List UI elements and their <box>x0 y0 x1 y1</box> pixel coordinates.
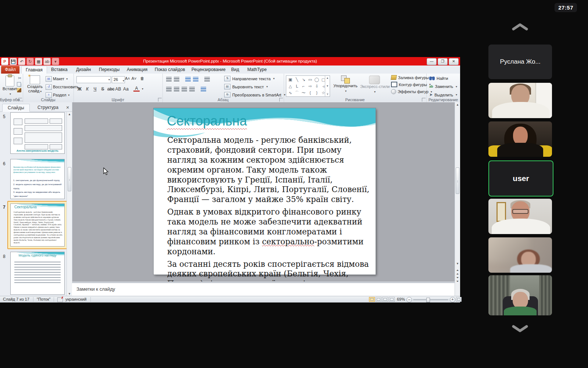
tab-slideshow[interactable]: Показ слайдов <box>151 66 189 74</box>
paste-button[interactable]: Вставить ▾ <box>3 75 17 98</box>
participant-tile-video-3[interactable] <box>488 199 552 234</box>
view-slide-sorter-button[interactable] <box>376 297 381 302</box>
tab-home[interactable]: Главная <box>21 66 47 74</box>
slide-area-scrollbar[interactable]: ▲ ▼ ⏶⏶ ⏷⏷ <box>455 102 460 296</box>
language-indicator[interactable]: украинский <box>65 297 86 302</box>
tab-file[interactable]: Файл <box>1 66 19 74</box>
quick-styles-button[interactable]: Экспресс-стили ▾ <box>360 75 389 94</box>
spellcheck-icon[interactable] <box>57 297 63 302</box>
pane-scrollbar-thumb[interactable] <box>68 167 71 191</box>
participant-tile-ruslana[interactable]: Руслана Жо... <box>488 45 552 79</box>
numbering-icon[interactable] <box>174 77 179 81</box>
font-size-select[interactable]: 26▾ <box>112 76 125 83</box>
font-dialog-launcher[interactable] <box>158 98 162 102</box>
zoom-in-icon[interactable]: + <box>450 297 455 302</box>
select-button[interactable]: ➤ Выделить▾ <box>429 92 457 97</box>
scroll-up-icon[interactable]: ▲ <box>455 102 460 107</box>
cut-icon[interactable]: ✂ <box>17 76 22 81</box>
increase-indent-icon[interactable] <box>193 77 198 81</box>
strikethrough-button[interactable]: S <box>100 86 106 92</box>
grow-font-icon[interactable]: А˄ <box>125 76 130 81</box>
tab-view[interactable]: Вид <box>227 66 243 74</box>
copy-icon[interactable] <box>17 82 21 86</box>
underline-button[interactable]: Ч <box>92 86 98 92</box>
layout-button[interactable]: ▤ Макет▾ <box>46 76 68 82</box>
participant-tile-video-5[interactable] <box>488 275 552 315</box>
view-normal-button[interactable] <box>369 297 375 302</box>
notes-scrollbar[interactable] <box>455 283 460 296</box>
shapes-gallery[interactable]: ▣╲↘▭◯▢ △𝖫⌐⇨⇩◃ ∿⌒〜{}☆ ▲ ▼ ⊽ <box>286 75 330 97</box>
tab-animations[interactable]: Анимация <box>123 66 151 74</box>
fit-to-window-icon[interactable] <box>456 297 462 302</box>
new-slide-button[interactable]: Создать слайд▾ <box>26 75 43 98</box>
tab-transitions[interactable]: Переходы <box>95 66 123 74</box>
view-slideshow-button[interactable] <box>389 297 395 302</box>
next-slide-icon[interactable]: ⏷⏷ <box>455 276 460 283</box>
redo-icon[interactable]: ↻ <box>26 58 34 65</box>
find-button[interactable]: Найти <box>429 76 448 81</box>
zoom-percentage[interactable]: 69% <box>397 297 405 302</box>
shapes-scroll-up-icon[interactable]: ▲ <box>326 77 329 79</box>
pane-tab-slides[interactable]: Слайды <box>2 104 30 112</box>
font-name-select[interactable]: ▾ <box>76 76 111 83</box>
powerpoint-app-icon[interactable]: P <box>1 58 8 65</box>
clear-formatting-icon[interactable]: 🗑 <box>140 76 144 81</box>
paragraph-dialog-launcher[interactable] <box>279 98 283 102</box>
close-button[interactable]: ✕ <box>449 58 459 65</box>
shapes-more-icon[interactable]: ⊽ <box>326 93 328 96</box>
shadow-button[interactable]: abc <box>107 86 114 92</box>
minimize-button[interactable]: — <box>427 58 437 65</box>
save-icon[interactable]: 💾 <box>10 58 17 65</box>
notes-pane[interactable]: Заметки к слайду <box>72 283 455 297</box>
scrollbar-thumb[interactable] <box>456 167 459 194</box>
slide-thumbnail-5[interactable]: Англо-американська модель <box>10 112 65 154</box>
undo-icon[interactable]: ↶ <box>18 58 25 65</box>
slide-thumbnail-6[interactable]: Залежно від особливостей функціонування … <box>10 159 65 199</box>
section-button[interactable]: ≡ Раздел▾ <box>46 92 69 98</box>
slide-thumbnail-7-selected[interactable]: Секторальна Секторальна модель - регулює… <box>7 201 68 249</box>
align-center-icon[interactable] <box>174 87 179 91</box>
zoom-out-icon[interactable]: – <box>406 297 412 302</box>
slide-thumbnail-8[interactable]: Модель єдиного нагляду <box>10 252 65 295</box>
participant-tile-user[interactable]: user <box>488 160 553 197</box>
font-color-button[interactable]: А <box>133 86 140 92</box>
pane-tab-outline[interactable]: Структура <box>32 104 64 111</box>
pane-scrollbar[interactable]: ▲ ▼ <box>67 112 72 296</box>
decrease-indent-icon[interactable] <box>185 77 191 81</box>
slide-canvas[interactable]: Секторальна Секторальна модель - регулює… <box>154 108 376 275</box>
shapes-scroll-down-icon[interactable]: ▼ <box>326 85 329 87</box>
restore-button[interactable]: ❐ <box>438 58 448 65</box>
smartart-button[interactable]: ⧉ Преобразовать в SmartArt▾ <box>224 92 285 98</box>
tab-review[interactable]: Рецензирование <box>187 66 230 74</box>
participant-tile-video-2[interactable] <box>488 121 552 157</box>
align-left-icon[interactable] <box>166 87 172 91</box>
slideshow-from-start-icon[interactable]: ▦ <box>35 58 42 65</box>
drawing-dialog-launcher[interactable] <box>422 98 426 102</box>
tab-design[interactable]: Дизайн <box>72 66 95 74</box>
italic-button[interactable]: К <box>84 86 90 92</box>
line-spacing-icon[interactable] <box>204 77 210 81</box>
replace-button[interactable]: ab Заменить▾ <box>429 84 457 89</box>
pane-scroll-up-icon[interactable]: ▲ <box>67 112 72 117</box>
scroll-down-icon[interactable]: ▼ <box>455 261 460 266</box>
pane-close-icon[interactable]: ✕ <box>65 105 70 110</box>
bold-button[interactable]: Ж <box>76 86 83 92</box>
change-case-button[interactable]: Аа <box>123 86 129 92</box>
align-text-button[interactable]: ▤ Выровнять текст▾ <box>224 84 268 89</box>
tab-insert[interactable]: Вставка <box>47 66 72 74</box>
format-painter-icon[interactable] <box>17 88 21 92</box>
text-direction-button[interactable]: ⇅ Направление текста▾ <box>224 76 275 81</box>
clipboard-dialog-launcher[interactable] <box>18 98 22 102</box>
align-right-icon[interactable] <box>182 87 187 91</box>
tab-mathtype[interactable]: MathType <box>243 66 271 74</box>
justify-icon[interactable] <box>189 87 195 91</box>
bullets-icon[interactable] <box>166 77 172 81</box>
participants-scroll-down-icon[interactable] <box>512 324 528 333</box>
view-reading-button[interactable] <box>382 297 388 302</box>
participants-scroll-up-icon[interactable] <box>512 22 528 32</box>
previous-slide-icon[interactable]: ⏶⏶ <box>455 269 460 276</box>
slide-title[interactable]: Секторальна <box>167 113 247 129</box>
columns-icon[interactable] <box>201 87 206 91</box>
zoom-slider[interactable] <box>413 299 448 300</box>
shrink-font-icon[interactable]: А˅ <box>132 76 137 81</box>
